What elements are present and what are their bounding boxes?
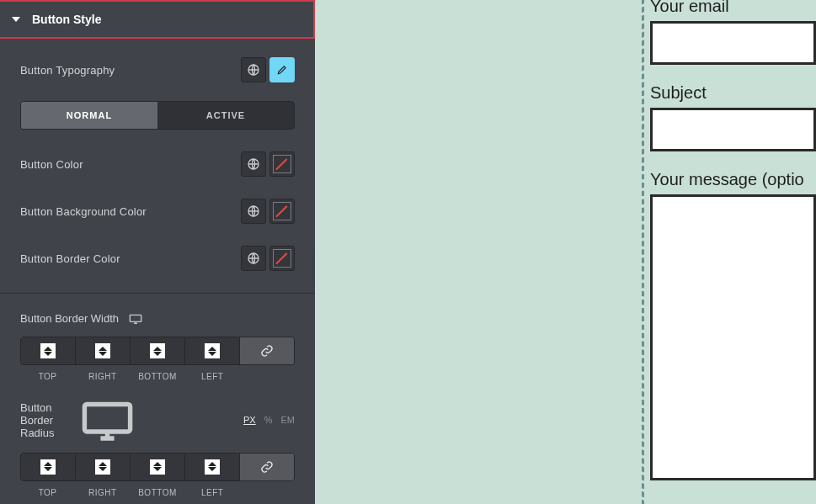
contact-form-preview: Your email Subject Your message (optio [648, 0, 816, 504]
border-width-top[interactable] [21, 337, 76, 364]
svg-rect-5 [85, 404, 131, 432]
border-radius-labels: TOP RIGHT BOTTOM LEFT [20, 488, 295, 497]
border-radius-left[interactable] [185, 454, 240, 480]
svg-rect-4 [130, 315, 141, 321]
unit-px[interactable]: PX [243, 415, 256, 425]
lbl-right: RIGHT [75, 372, 130, 381]
row-button-color: Button Color [20, 151, 295, 177]
border-width-labels: TOP RIGHT BOTTOM LEFT [20, 372, 295, 381]
unit-percent[interactable]: % [264, 415, 273, 425]
label-button-background-color: Button Background Color [20, 205, 147, 218]
preview-area: Your email Subject Your message (optio [315, 0, 816, 504]
state-tabs: NORMAL ACTIVE [20, 101, 295, 130]
section-title: Button Style [32, 0, 101, 39]
lbl-bottom: BOTTOM [130, 372, 184, 381]
label-button-typography: Button Typography [20, 64, 115, 77]
row-button-border-color: Button Border Color [20, 246, 295, 271]
border-width-right[interactable] [76, 337, 131, 364]
label-border-width: Button Border Width [20, 312, 119, 325]
lbl-left: LEFT [185, 372, 240, 381]
input-subject[interactable] [650, 108, 816, 151]
globe-icon [247, 157, 260, 171]
link-icon [260, 344, 274, 358]
globe-icon [247, 252, 260, 265]
no-color-icon [273, 249, 291, 268]
label-button-border-color: Button Border Color [20, 252, 120, 265]
globe-icon [247, 63, 260, 77]
caret-down-icon [12, 17, 20, 22]
lbl-bottom: BOTTOM [130, 488, 184, 497]
label-your-email: Your email [650, 0, 816, 16]
globe-icon [247, 204, 260, 218]
label-border-radius: Button Border Radius [20, 401, 70, 439]
color-swatch-border[interactable] [269, 246, 295, 271]
divider [0, 293, 315, 294]
lbl-left: LEFT [185, 488, 240, 497]
link-icon [260, 460, 274, 474]
border-radius-bottom[interactable] [131, 454, 185, 480]
label-your-message: Your message (optio [650, 170, 816, 189]
border-radius-inputs [20, 453, 295, 481]
color-swatch-button-color[interactable] [269, 151, 295, 177]
tab-active[interactable]: ACTIVE [157, 102, 294, 129]
no-color-icon [273, 202, 291, 220]
row-border-radius-head: Button Border Radius PX % EM [20, 400, 295, 441]
globe-button-color[interactable] [241, 151, 266, 177]
border-width-left[interactable] [185, 337, 240, 364]
row-button-typography: Button Typography [20, 57, 295, 82]
border-width-inputs [20, 337, 295, 365]
unit-em[interactable]: EM [281, 415, 296, 425]
lbl-top: TOP [20, 488, 75, 497]
section-header-button-style[interactable]: Button Style [0, 0, 315, 39]
lbl-top: TOP [20, 372, 75, 381]
column-guide [643, 0, 644, 504]
border-radius-link-toggle[interactable] [240, 454, 294, 480]
label-subject: Subject [650, 83, 816, 103]
globe-button-border[interactable] [241, 246, 266, 271]
border-radius-right[interactable] [76, 454, 131, 480]
label-button-color: Button Color [20, 158, 83, 171]
row-border-width-head: Button Border Width [20, 312, 295, 325]
tab-normal[interactable]: NORMAL [21, 102, 157, 129]
input-your-email[interactable] [650, 21, 816, 65]
desktop-icon[interactable] [129, 314, 142, 324]
unit-switch: PX % EM [243, 415, 295, 425]
desktop-icon[interactable] [80, 400, 135, 441]
border-width-bottom[interactable] [131, 337, 185, 364]
row-button-background-color: Button Background Color [20, 199, 295, 224]
pencil-icon [276, 64, 288, 76]
lbl-right: RIGHT [75, 488, 130, 497]
globe-button-background[interactable] [241, 199, 266, 224]
edit-typography-button[interactable] [269, 57, 295, 82]
no-color-icon [273, 155, 291, 173]
controls-area: Button Typography NORMAL ACTIVE Button C… [0, 39, 315, 504]
border-width-link-toggle[interactable] [240, 337, 294, 364]
style-panel: Button Style Button Typography NORMAL AC… [0, 0, 315, 504]
border-radius-top[interactable] [21, 454, 76, 480]
typography-buttons [241, 57, 295, 82]
textarea-your-message[interactable] [650, 194, 816, 480]
color-swatch-background[interactable] [269, 199, 295, 224]
globe-button[interactable] [241, 57, 266, 82]
